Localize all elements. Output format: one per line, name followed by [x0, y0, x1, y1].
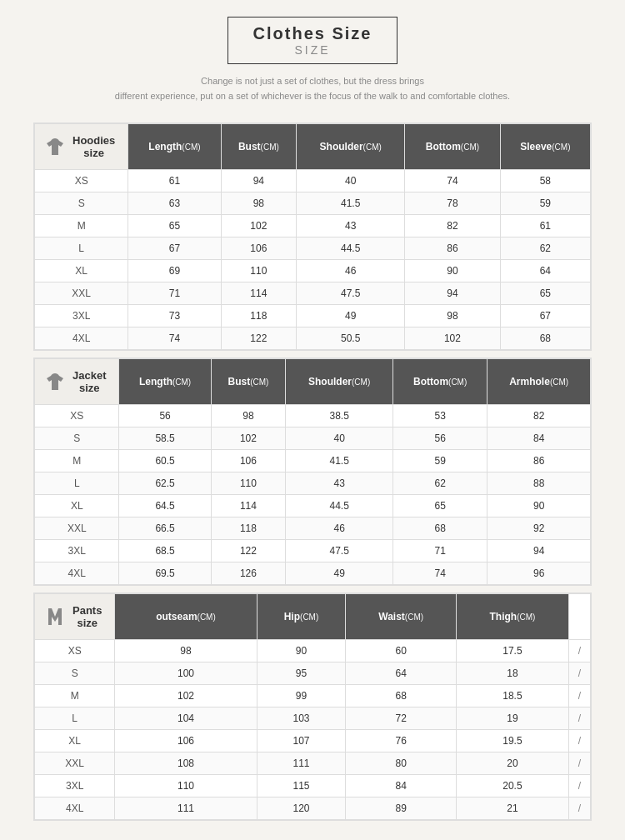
waist-val: 80: [346, 752, 457, 775]
bottom-val: 86: [405, 238, 500, 260]
size-label: S: [35, 428, 119, 450]
hoodies-col-shoulder: Shoulder(CM): [297, 124, 405, 170]
length-val: 67: [128, 238, 221, 260]
hoodies-section-label: Hoodies size: [70, 134, 118, 159]
size-label: 3XL: [35, 305, 128, 328]
thigh-val: 17.5: [456, 640, 568, 662]
length-val: 65: [128, 215, 221, 238]
hip-val: 115: [257, 775, 346, 798]
table-row: XS 61 94 40 74 58: [35, 170, 591, 192]
pants-label-cell: Pants size: [35, 594, 115, 640]
outseam-val: 108: [115, 752, 257, 775]
hip-val: 95: [257, 662, 346, 685]
table-row: L 104 103 72 19 /: [35, 708, 591, 730]
slash-val: /: [568, 640, 590, 662]
shoulder-val: 47.5: [297, 282, 405, 305]
thigh-val: 18.5: [456, 685, 568, 708]
length-val: 63: [128, 192, 221, 215]
bust-val: 106: [221, 238, 297, 260]
sleeve-val: 67: [500, 305, 590, 328]
bottom-val: 102: [405, 328, 500, 350]
waist-val: 72: [346, 708, 457, 730]
bottom-val: 56: [393, 428, 488, 450]
hip-val: 103: [257, 708, 346, 730]
table-row: XXL 108 111 80 20 /: [35, 752, 591, 775]
bottom-val: 68: [393, 518, 488, 540]
pants-col-slash: /: [568, 594, 590, 640]
table-row: S 100 95 64 18 /: [35, 662, 591, 685]
outseam-val: 102: [115, 685, 257, 708]
pants-col-waist: Waist(CM): [346, 594, 457, 640]
shoulder-val: 43: [286, 472, 393, 495]
table-row: XL 69 110 46 90 64: [35, 260, 591, 282]
table-row: 3XL 73 118 49 98 67: [35, 305, 591, 328]
waist-val: 84: [346, 775, 457, 798]
bust-val: 114: [221, 282, 297, 305]
pants-section-label: Pants size: [70, 604, 104, 629]
table-row: 4XL 74 122 50.5 102 68: [35, 328, 591, 350]
shoulder-val: 41.5: [286, 450, 393, 472]
jacket-col-bottom: Bottom(CM): [393, 359, 488, 405]
hip-val: 111: [257, 752, 346, 775]
bust-val: 118: [211, 518, 286, 540]
jacket-section: Jacket size Length(CM) Bust(CM) Shoulder…: [33, 358, 592, 586]
bust-val: 122: [221, 328, 297, 350]
bust-val: 114: [211, 495, 286, 518]
slash-val: /: [568, 775, 590, 798]
size-label: L: [35, 238, 128, 260]
sleeve-val: 65: [500, 282, 590, 305]
length-val: 74: [128, 328, 221, 350]
jacket-icon: [45, 369, 65, 394]
jacket-col-length: Length(CM): [119, 359, 211, 405]
slash-val: /: [568, 708, 590, 730]
size-label: XL: [35, 495, 119, 518]
shoulder-val: 47.5: [286, 540, 393, 562]
length-val: 71: [128, 282, 221, 305]
jacket-table: Jacket size Length(CM) Bust(CM) Shoulder…: [34, 358, 591, 585]
size-label: 4XL: [35, 798, 115, 820]
outseam-val: 111: [115, 798, 257, 820]
hoodies-table: Hoodies size Length(CM) Bust(CM) Shoulde…: [34, 123, 591, 350]
hip-val: 90: [257, 640, 346, 662]
thigh-val: 19.5: [456, 730, 568, 752]
thigh-val: 21: [456, 798, 568, 820]
armhole-val: 90: [488, 495, 591, 518]
table-row: M 65 102 43 82 61: [35, 215, 591, 238]
bottom-val: 94: [405, 282, 500, 305]
table-row: 3XL 68.5 122 47.5 71 94: [35, 540, 591, 562]
table-row: XS 98 90 60 17.5 /: [35, 640, 591, 662]
armhole-val: 84: [488, 428, 591, 450]
shoulder-val: 46: [286, 518, 393, 540]
shoulder-val: 46: [297, 260, 405, 282]
bust-val: 118: [221, 305, 297, 328]
sleeve-val: 68: [500, 328, 590, 350]
slash-val: /: [568, 730, 590, 752]
table-row: XXL 71 114 47.5 94 65: [35, 282, 591, 305]
size-label: XXL: [35, 752, 115, 775]
pants-col-thigh: Thigh(CM): [456, 594, 568, 640]
table-row: M 60.5 106 41.5 59 86: [35, 450, 591, 472]
size-label: L: [35, 708, 115, 730]
jacket-col-armhole: Armhole(CM): [488, 359, 591, 405]
bust-val: 126: [211, 562, 286, 585]
size-label: S: [35, 662, 115, 685]
size-label: L: [35, 472, 119, 495]
shoulder-val: 38.5: [286, 405, 393, 428]
shoulder-val: 43: [297, 215, 405, 238]
table-row: XXL 66.5 118 46 68 92: [35, 518, 591, 540]
length-val: 69.5: [119, 562, 211, 585]
pants-section: Pants size outseam(CM) Hip(CM) Waist(CM)…: [33, 592, 592, 821]
slash-val: /: [568, 685, 590, 708]
bust-val: 94: [221, 170, 297, 192]
outseam-val: 100: [115, 662, 257, 685]
outseam-val: 110: [115, 775, 257, 798]
jacket-label-cell: Jacket size: [35, 359, 119, 405]
bust-val: 98: [221, 192, 297, 215]
armhole-val: 94: [488, 540, 591, 562]
waist-val: 76: [346, 730, 457, 752]
bottom-val: 74: [405, 170, 500, 192]
size-label: XXL: [35, 518, 119, 540]
size-label: 3XL: [35, 775, 115, 798]
bust-val: 98: [211, 405, 286, 428]
hoodies-col-sleeve: Sleeve(CM): [500, 124, 590, 170]
